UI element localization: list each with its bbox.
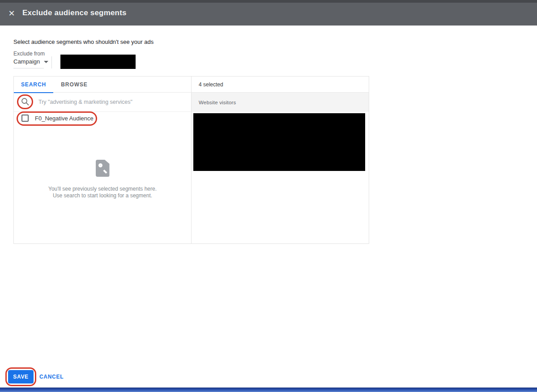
segment-result-row[interactable]: F0_Negative Audience — [14, 112, 191, 128]
dropdown-arrow-icon — [44, 61, 48, 63]
segment-checkbox[interactable] — [21, 115, 29, 122]
cancel-button[interactable]: CANCEL — [39, 370, 64, 384]
close-icon[interactable]: ✕ — [7, 9, 17, 18]
bottom-window-edge — [0, 388, 537, 392]
empty-state-line1: You'll see previously selected segments … — [14, 186, 191, 192]
segment-label: F0_Negative Audience — [35, 115, 94, 122]
search-input[interactable] — [38, 93, 182, 111]
document-search-icon — [96, 160, 110, 177]
search-panel: SEARCH BROWSE F0_Negative Audience — [14, 77, 192, 243]
dialog-title: Exclude audience segments — [22, 9, 127, 17]
redacted-selected-segments — [193, 113, 365, 171]
selected-panel: 4 selected Website visitors — [192, 77, 369, 243]
exclude-level-value: Campaign — [13, 58, 40, 65]
exclude-level-dropdown[interactable]: Campaign — [13, 58, 48, 65]
search-icon — [20, 96, 30, 107]
empty-state: You'll see previously selected segments … — [14, 160, 191, 199]
redacted-campaign-name — [60, 55, 136, 69]
tab-search[interactable]: SEARCH — [14, 77, 53, 93]
search-row — [14, 93, 191, 112]
exclude-from-label: Exclude from — [13, 51, 45, 57]
tab-bar: SEARCH BROWSE — [14, 77, 191, 93]
dropdown-underline — [13, 68, 44, 68]
segment-picker: SEARCH BROWSE F0_Negative Audience — [13, 76, 369, 244]
selected-count: 4 selected — [192, 77, 369, 93]
dialog-header: ✕ Exclude audience segments — [0, 0, 537, 26]
tab-browse[interactable]: BROWSE — [53, 77, 95, 93]
intro-text: Select audience segments who shouldn't s… — [13, 38, 153, 45]
window-top-edge — [0, 0, 537, 3]
save-button[interactable]: SAVE — [8, 370, 34, 383]
vertical-divider — [51, 56, 52, 68]
annotation-circle-save: SAVE — [5, 367, 36, 386]
selected-group-website-visitors: Website visitors — [192, 93, 369, 112]
empty-state-line2: Use search to start looking for a segmen… — [14, 192, 191, 199]
